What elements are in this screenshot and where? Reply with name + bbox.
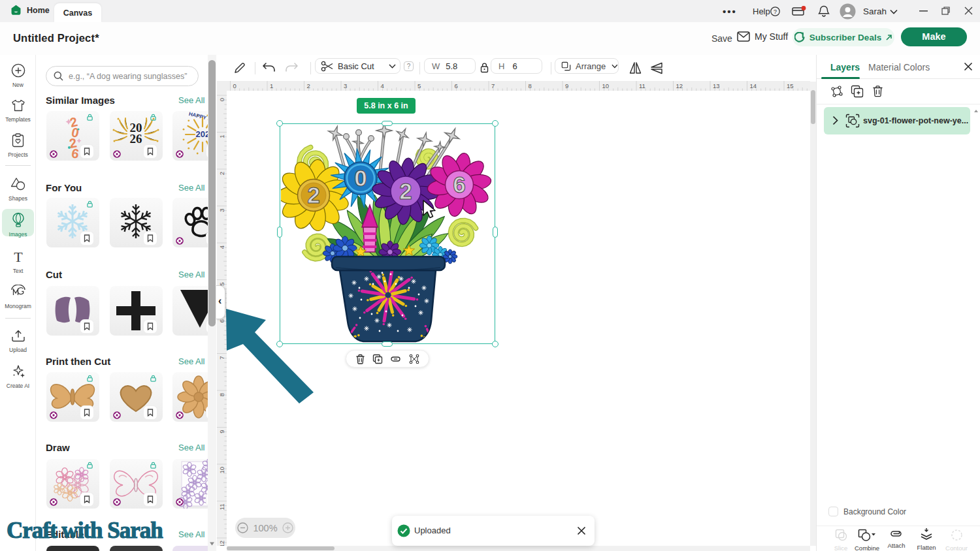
svg-text:1: 1 xyxy=(218,135,225,138)
svg-text:11: 11 xyxy=(639,82,645,89)
svg-text:10: 10 xyxy=(218,467,225,474)
svg-text:1: 1 xyxy=(270,82,273,89)
svg-text:7: 7 xyxy=(491,82,495,89)
svg-text:4: 4 xyxy=(381,82,384,89)
svg-text:14: 14 xyxy=(750,82,757,89)
svg-text:4: 4 xyxy=(218,245,225,249)
svg-text:11: 11 xyxy=(218,504,225,511)
svg-text:26: 26 xyxy=(130,132,142,146)
svg-text:0: 0 xyxy=(218,98,225,101)
svg-text:12: 12 xyxy=(676,82,683,89)
svg-text:3: 3 xyxy=(344,82,347,89)
svg-text:2: 2 xyxy=(307,82,310,89)
svg-text:13: 13 xyxy=(713,82,720,89)
svg-text:3: 3 xyxy=(218,209,225,212)
svg-text:12: 12 xyxy=(218,541,225,546)
svg-text:10: 10 xyxy=(602,82,610,89)
svg-text:5: 5 xyxy=(417,82,421,89)
svg-text:15: 15 xyxy=(787,82,794,89)
svg-text:8: 8 xyxy=(529,82,532,89)
svg-text:6: 6 xyxy=(455,82,458,89)
svg-text:T: T xyxy=(14,250,23,264)
svg-text:0: 0 xyxy=(233,82,237,89)
svg-text:?: ? xyxy=(774,8,777,15)
svg-text:2: 2 xyxy=(218,172,225,175)
svg-text:9: 9 xyxy=(565,82,568,89)
svg-text:9: 9 xyxy=(218,430,225,433)
